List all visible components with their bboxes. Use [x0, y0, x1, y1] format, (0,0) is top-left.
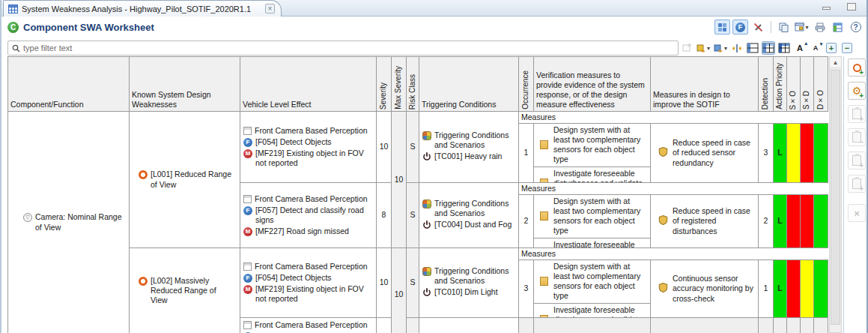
- effect-cell[interactable]: Front Camera Based Perception F[F054] De…: [240, 318, 377, 333]
- font-increase-button[interactable]: A▴: [793, 41, 807, 55]
- column-header-design-measures: Measures in design to improve the SOTIF: [651, 57, 759, 112]
- action-priority-cell[interactable]: L: [774, 124, 787, 183]
- severity-cell[interactable]: 10: [377, 248, 392, 318]
- occurrence-cell[interactable]: 3: [519, 260, 534, 318]
- sxd-cell[interactable]: [801, 195, 814, 248]
- scrollbar-thumb[interactable]: [831, 70, 840, 325]
- table-layout-1-button[interactable]: [746, 41, 759, 55]
- design-measure-cell[interactable]: [651, 318, 759, 333]
- effect-cell[interactable]: Front Camera Based Perception F[F054] De…: [240, 248, 377, 318]
- scroll-up-icon[interactable]: ▲: [830, 57, 841, 68]
- minimize-view-icon[interactable]: [822, 7, 831, 10]
- design-measure-cell[interactable]: Reduce speed in case of reduced sensor r…: [651, 124, 759, 183]
- severity-cell[interactable]: 8: [377, 183, 392, 248]
- remove-measure-button[interactable]: −: [848, 128, 866, 146]
- sxo-cell[interactable]: [787, 318, 801, 333]
- copy-button[interactable]: [776, 20, 792, 34]
- column-header-verification: Verification measures to provide evidenc…: [534, 57, 651, 112]
- dxo-cell[interactable]: [814, 195, 828, 248]
- occurrence-cell[interactable]: 2: [519, 195, 534, 248]
- sxd-cell[interactable]: [801, 318, 814, 333]
- vertical-scrollbar[interactable]: ▲: [829, 56, 842, 333]
- severity-cell[interactable]: 10: [377, 112, 392, 183]
- row-color-menu-button[interactable]: ▾: [696, 41, 711, 55]
- triggering-cell[interactable]: Triggering Conditions and Scenarios [TC0…: [419, 112, 519, 183]
- pack-columns-button[interactable]: [730, 41, 744, 55]
- disable-edit-button[interactable]: [750, 20, 766, 34]
- delete-row-button[interactable]: ×: [848, 204, 866, 222]
- add-weakness-button[interactable]: +: [848, 58, 866, 76]
- weakness-cell-l001[interactable]: [L001] Reduced Range of View: [130, 112, 240, 248]
- severity-cell[interactable]: [377, 318, 392, 333]
- sxd-cell[interactable]: [801, 124, 814, 183]
- verification-cell[interactable]: Design system with at least two compleme…: [534, 260, 651, 318]
- add-measure-button[interactable]: +: [848, 105, 866, 123]
- dxo-cell[interactable]: [814, 124, 828, 183]
- weakness-cell-l002[interactable]: [L002] Massively Reduced Range of View: [130, 248, 240, 333]
- detach-table-button[interactable]: [680, 41, 694, 55]
- swa-worksheet-table: Component/Function Known System Design W…: [7, 56, 828, 333]
- triggering-cell[interactable]: Triggering Conditions and Scenarios [TC0…: [419, 248, 519, 318]
- max-severity-cell[interactable]: 10: [392, 112, 407, 248]
- cell-color-icon: [714, 44, 723, 53]
- dxo-cell[interactable]: [814, 260, 828, 318]
- design-measure-cell[interactable]: Continuous sensor accuracy monitoring by…: [651, 260, 759, 318]
- font-decrease-button[interactable]: A▾: [809, 41, 822, 55]
- new-window-button[interactable]: ▾: [794, 20, 810, 34]
- table-layout-2-button[interactable]: [762, 41, 775, 55]
- export-table-button[interactable]: [830, 20, 846, 34]
- occurrence-cell[interactable]: [519, 318, 534, 333]
- column-header-action-priority: Action Priority: [774, 57, 787, 112]
- function-icon: F: [243, 274, 252, 283]
- risk-class-cell[interactable]: [407, 318, 419, 333]
- expand-all-button[interactable]: +: [825, 41, 838, 55]
- power-icon: [422, 152, 431, 164]
- table-layout-3-button[interactable]: [777, 41, 791, 55]
- action-priority-cell[interactable]: L: [774, 260, 787, 318]
- print-button[interactable]: [812, 20, 828, 34]
- filter-box[interactable]: [7, 40, 679, 56]
- table-layout-1-icon: [747, 43, 759, 53]
- function-badge-icon: F: [735, 22, 745, 32]
- verification-cell[interactable]: Design system with at least two compleme…: [534, 124, 651, 183]
- function-filter-button[interactable]: F: [732, 20, 748, 34]
- sxd-cell[interactable]: [801, 260, 814, 318]
- maximize-view-icon[interactable]: [847, 3, 856, 10]
- dxo-cell[interactable]: [814, 318, 828, 333]
- cell-color-menu-button[interactable]: ▾: [713, 41, 728, 55]
- triggering-cell[interactable]: [419, 318, 519, 333]
- filter-input[interactable]: [23, 44, 674, 52]
- column-header-component: Component/Function: [8, 57, 130, 112]
- effect-cell[interactable]: Front Camera Based Perception F[F057] De…: [240, 183, 377, 248]
- detection-cell[interactable]: 2: [759, 195, 774, 248]
- max-severity-cell[interactable]: 10: [392, 248, 407, 333]
- verification-cell[interactable]: [534, 318, 651, 333]
- action-priority-cell[interactable]: L: [774, 195, 787, 248]
- add-verification-measure-button[interactable]: +: [848, 152, 866, 170]
- add-triggering-condition-button[interactable]: ⚙ +: [848, 82, 866, 100]
- help-button[interactable]: ?: [848, 20, 864, 34]
- collapse-all-button[interactable]: −: [840, 41, 854, 55]
- occurrence-cell[interactable]: 1: [519, 124, 534, 183]
- component-cell[interactable]: ▽ Camera: Nominal Range of View: [8, 112, 130, 333]
- verification-cell[interactable]: Design system with at least two compleme…: [534, 195, 651, 248]
- detection-cell[interactable]: 1: [759, 260, 774, 318]
- triggering-cell[interactable]: Triggering Conditions and Scenarios [TC0…: [419, 183, 519, 248]
- view-header: C Component SWA Worksheet F: [3, 17, 868, 37]
- risk-class-cell[interactable]: S: [407, 112, 419, 183]
- sxo-cell[interactable]: [787, 260, 801, 318]
- detection-cell[interactable]: 3: [759, 124, 774, 183]
- effect-cell[interactable]: Front Camera Based Perception F[F054] De…: [240, 112, 377, 183]
- remove-verification-measure-button[interactable]: +: [848, 175, 866, 193]
- table-layout-3-icon: [778, 43, 790, 53]
- tab-system-weakness-analysis[interactable]: System Weakness Analysis - Highway_Pilot…: [3, 0, 282, 16]
- tab-close-icon[interactable]: ×: [265, 4, 275, 14]
- risk-class-cell[interactable]: S: [407, 248, 419, 318]
- sxo-cell[interactable]: [787, 124, 801, 183]
- risk-class-cell[interactable]: S: [407, 183, 419, 248]
- sxo-cell[interactable]: [787, 195, 801, 248]
- grid-view-button[interactable]: [714, 20, 730, 34]
- design-measure-cell[interactable]: Reduce speed in case of registered distu…: [651, 195, 759, 248]
- action-priority-cell[interactable]: [774, 318, 787, 333]
- detection-cell[interactable]: [759, 318, 774, 333]
